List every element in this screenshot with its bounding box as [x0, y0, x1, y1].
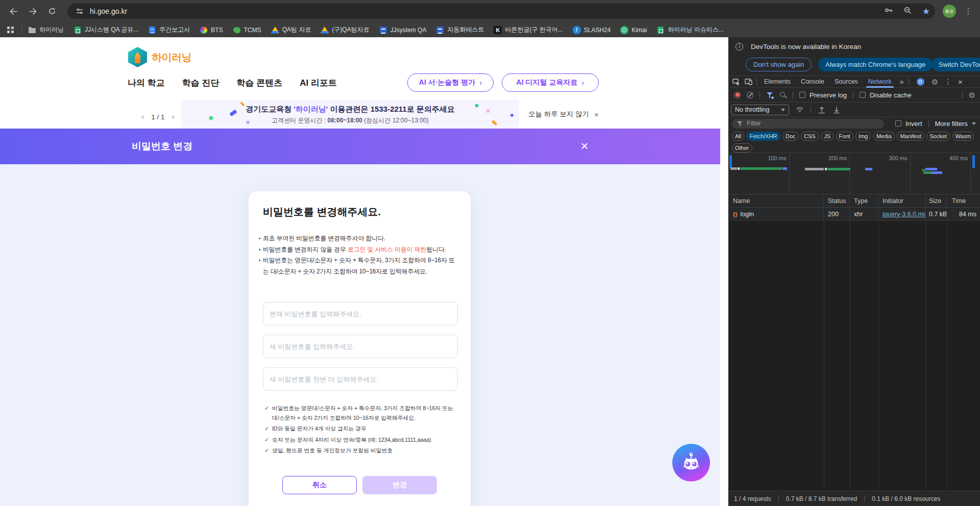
bookmark-item[interactable]: 바른한글(구 한국어...: [494, 26, 562, 34]
devtools-tab[interactable]: Elements: [759, 76, 796, 88]
disable-cache-checkbox[interactable]: Disable cache: [860, 91, 912, 99]
ai-essay-eval-button[interactable]: AI 서·논술형 평가›: [407, 73, 494, 92]
bookmark-star-icon[interactable]: ★: [922, 6, 930, 17]
preserve-log-checkbox[interactable]: Preserve log: [799, 91, 847, 99]
clear-icon[interactable]: [747, 92, 753, 98]
bookmark-item[interactable]: 하이러닝 이슈리스...: [656, 26, 723, 34]
device-toolbar-icon[interactable]: [744, 78, 752, 86]
current-password-input[interactable]: [263, 302, 458, 325]
request-time: 84 ms: [947, 208, 980, 220]
nav-item[interactable]: 학습 진단: [182, 77, 219, 89]
bookmark-item[interactable]: JJsystem QA: [379, 26, 427, 34]
filter-icon[interactable]: [766, 92, 773, 98]
site-logo-text: 하이러닝: [152, 50, 191, 64]
type-chip[interactable]: Media: [873, 132, 895, 141]
devtools-notification: i DevTools is now available in Korean Do…: [729, 37, 980, 76]
browser-menu-icon[interactable]: ⋮: [964, 5, 972, 18]
site-settings-icon[interactable]: [76, 7, 84, 15]
dont-show-again-button[interactable]: Don't show again: [746, 58, 812, 71]
bookmark-item[interactable]: Kimai: [620, 26, 647, 34]
notice-prev-icon[interactable]: ‹: [141, 112, 144, 121]
type-chip[interactable]: All: [732, 132, 744, 141]
record-icon[interactable]: [734, 92, 741, 98]
change-button[interactable]: 변경: [362, 476, 437, 494]
bullet-item: 최초 부여된 비밀번호를 변경해주셔야 합니다.: [259, 233, 456, 244]
ai-digital-material-button[interactable]: AI 디지털 교육자료›: [502, 73, 599, 92]
reload-icon[interactable]: [45, 5, 59, 18]
nav-item[interactable]: AI 리포트: [300, 77, 337, 89]
back-icon[interactable]: [7, 5, 20, 18]
type-chip[interactable]: Wasm: [952, 132, 974, 141]
dismiss-today[interactable]: 오늘 하루 보지 않기 ×: [528, 110, 599, 119]
more-tabs-icon[interactable]: »: [897, 76, 907, 88]
bookmark-item[interactable]: JJ시스템 QA 공유...: [74, 26, 138, 34]
type-chip[interactable]: Fetch/XHR: [747, 132, 780, 141]
devtools-language-icon[interactable]: [916, 78, 924, 86]
inspect-icon[interactable]: [732, 78, 740, 86]
forward-icon[interactable]: [26, 5, 39, 18]
devtools-menu-icon[interactable]: ⋮: [944, 78, 952, 86]
dismiss-close-icon[interactable]: ×: [594, 110, 599, 119]
type-chip[interactable]: CSS: [801, 132, 819, 141]
column-initiator[interactable]: Initiator: [878, 194, 926, 207]
nav-item[interactable]: 학습 콘텐츠: [236, 77, 282, 89]
apps-grid-icon[interactable]: [7, 27, 14, 34]
throttling-select[interactable]: No throttling: [731, 105, 789, 115]
network-request-row[interactable]: {}login 200 xhr jquery-3.6.0.min 0.7 kB …: [729, 208, 980, 221]
bookmark-item[interactable]: (구)QA팀자료: [321, 26, 369, 34]
invert-checkbox[interactable]: Invert: [895, 120, 922, 128]
column-name[interactable]: Name: [729, 194, 824, 207]
column-time[interactable]: Time: [947, 194, 980, 207]
devtools-panel: i DevTools is now available in Korean Do…: [728, 37, 980, 506]
new-password-input[interactable]: [263, 335, 458, 358]
type-chip[interactable]: Img: [855, 132, 871, 141]
switch-devtools-button[interactable]: Switch DevTools: [932, 58, 980, 71]
column-size[interactable]: Size: [926, 194, 947, 207]
column-status[interactable]: Status: [824, 194, 850, 207]
notice-next-icon[interactable]: ›: [172, 112, 175, 121]
column-type[interactable]: Type: [850, 194, 878, 207]
always-match-language-button[interactable]: Always match Chrome's language: [818, 58, 933, 71]
confirm-password-input[interactable]: [263, 367, 458, 391]
devtools-tab[interactable]: Network: [863, 76, 897, 88]
network-filter-input[interactable]: Filter: [732, 119, 884, 129]
profile-avatar[interactable]: 용운: [943, 5, 956, 18]
import-har-icon[interactable]: [818, 106, 826, 114]
bookmark-item[interactable]: 하이러닝: [28, 26, 64, 34]
type-chip[interactable]: Socket: [926, 132, 950, 141]
bookmark-item[interactable]: QA팀 자료: [271, 26, 311, 34]
waterfall-bar: [740, 167, 782, 170]
bookmark-item[interactable]: BTS: [200, 26, 223, 34]
devtools-tab[interactable]: Sources: [829, 76, 863, 88]
site-logo[interactable]: 하이러닝: [128, 47, 191, 67]
devtools-settings-icon[interactable]: ⚙: [930, 78, 939, 86]
search-icon[interactable]: [779, 91, 787, 98]
bookmark-item[interactable]: 주간보고서: [148, 26, 190, 34]
type-chip[interactable]: Other: [732, 143, 752, 153]
type-chip[interactable]: Font: [836, 132, 853, 141]
type-chip[interactable]: JS: [821, 132, 834, 141]
waterfall-bar: [865, 168, 872, 170]
type-chip[interactable]: Doc: [782, 132, 799, 141]
address-bar[interactable]: hi.goe.go.kr ★: [67, 4, 935, 19]
waterfall-bar: [825, 168, 827, 170]
devtools-tab[interactable]: Console: [796, 76, 829, 88]
network-conditions-icon[interactable]: [796, 106, 804, 114]
modal-close-icon[interactable]: ×: [574, 136, 595, 156]
type-chip[interactable]: Manifest: [897, 132, 924, 141]
bookmark-item[interactable]: TCMS: [233, 26, 261, 34]
timeline-handle-left[interactable]: [729, 155, 732, 168]
network-settings-icon[interactable]: ⚙: [969, 91, 975, 99]
bookmark-item[interactable]: 자동화테스트: [436, 26, 484, 34]
more-filters-button[interactable]: More filters: [935, 120, 976, 128]
nav-item[interactable]: 나의 학교: [128, 77, 165, 89]
export-har-icon[interactable]: [832, 106, 841, 114]
chatbot-button[interactable]: [672, 444, 710, 482]
password-key-icon[interactable]: [884, 6, 893, 17]
zoom-icon[interactable]: [903, 6, 912, 17]
timeline-handle-right[interactable]: [972, 155, 975, 168]
cancel-button[interactable]: 취소: [282, 476, 357, 494]
network-overview-timeline[interactable]: 100 ms 200 ms 300 ms 400 ms: [729, 153, 980, 194]
devtools-close-icon[interactable]: ×: [956, 78, 964, 86]
bookmark-item[interactable]: SLASH24: [573, 26, 611, 34]
